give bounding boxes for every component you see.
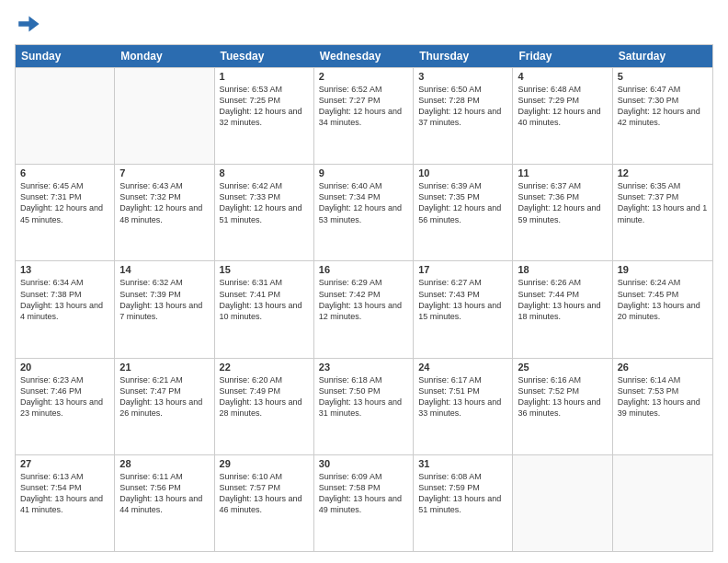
day-number: 8 [220,167,309,178]
calendar-row-0: 1Sunrise: 6:53 AM Sunset: 7:25 PM Daylig… [16,67,712,164]
day-number: 25 [518,362,607,373]
cell-info: Sunrise: 6:42 AM Sunset: 7:33 PM Dayligh… [220,180,309,225]
cell-info: Sunrise: 6:24 AM Sunset: 7:45 PM Dayligh… [618,277,708,322]
cell-info: Sunrise: 6:32 AM Sunset: 7:39 PM Dayligh… [119,277,209,322]
logo [15,11,42,37]
cell-info: Sunrise: 6:26 AM Sunset: 7:44 PM Dayligh… [518,277,607,322]
cell-info: Sunrise: 6:35 AM Sunset: 7:37 PM Dayligh… [618,180,708,225]
day-number: 19 [618,264,708,275]
day-number: 10 [418,167,507,178]
calendar-cell-r2-c6: 19Sunrise: 6:24 AM Sunset: 7:45 PM Dayli… [613,261,712,357]
day-number: 29 [220,458,309,469]
cell-info: Sunrise: 6:43 AM Sunset: 7:32 PM Dayligh… [119,180,209,225]
calendar-cell-r4-c5 [513,455,612,551]
cell-info: Sunrise: 6:39 AM Sunset: 7:35 PM Dayligh… [418,180,507,225]
calendar-cell-r3-c4: 24Sunrise: 6:17 AM Sunset: 7:51 PM Dayli… [414,359,513,454]
header-day-saturday: Saturday [613,45,712,67]
calendar-row-1: 6Sunrise: 6:45 AM Sunset: 7:31 PM Daylig… [16,164,712,260]
logo-icon [15,11,40,37]
day-number: 2 [319,71,408,82]
day-number: 1 [220,71,309,82]
cell-info: Sunrise: 6:08 AM Sunset: 7:59 PM Dayligh… [418,471,507,516]
cell-info: Sunrise: 6:13 AM Sunset: 7:54 PM Dayligh… [20,471,109,516]
day-number: 27 [20,458,109,469]
calendar-cell-r1-c5: 11Sunrise: 6:37 AM Sunset: 7:36 PM Dayli… [513,165,612,260]
day-number: 9 [319,167,408,178]
calendar-cell-r4-c4: 31Sunrise: 6:08 AM Sunset: 7:59 PM Dayli… [414,455,513,551]
page: SundayMondayTuesdayWednesdayThursdayFrid… [0,0,728,563]
calendar-cell-r0-c5: 4Sunrise: 6:48 AM Sunset: 7:29 PM Daylig… [513,68,612,164]
calendar-cell-r1-c4: 10Sunrise: 6:39 AM Sunset: 7:35 PM Dayli… [414,165,513,260]
cell-info: Sunrise: 6:37 AM Sunset: 7:36 PM Dayligh… [518,180,607,225]
svg-marker-0 [18,17,39,32]
calendar-cell-r2-c4: 17Sunrise: 6:27 AM Sunset: 7:43 PM Dayli… [414,261,513,357]
calendar-cell-r1-c2: 8Sunrise: 6:42 AM Sunset: 7:33 PM Daylig… [215,165,314,260]
day-number: 18 [518,264,607,275]
calendar-cell-r1-c0: 6Sunrise: 6:45 AM Sunset: 7:31 PM Daylig… [16,165,115,260]
cell-info: Sunrise: 6:23 AM Sunset: 7:46 PM Dayligh… [20,374,109,419]
calendar-cell-r3-c1: 21Sunrise: 6:21 AM Sunset: 7:47 PM Dayli… [115,359,214,454]
header-day-tuesday: Tuesday [215,45,314,67]
calendar-cell-r3-c0: 20Sunrise: 6:23 AM Sunset: 7:46 PM Dayli… [16,359,115,454]
calendar-row-2: 13Sunrise: 6:34 AM Sunset: 7:38 PM Dayli… [16,260,712,357]
calendar-cell-r0-c2: 1Sunrise: 6:53 AM Sunset: 7:25 PM Daylig… [215,68,314,164]
calendar-cell-r0-c3: 2Sunrise: 6:52 AM Sunset: 7:27 PM Daylig… [314,68,414,164]
day-number: 23 [319,362,408,373]
calendar-cell-r0-c4: 3Sunrise: 6:50 AM Sunset: 7:28 PM Daylig… [414,68,513,164]
calendar-cell-r4-c3: 30Sunrise: 6:09 AM Sunset: 7:58 PM Dayli… [314,455,414,551]
cell-info: Sunrise: 6:09 AM Sunset: 7:58 PM Dayligh… [319,471,408,516]
calendar-cell-r1-c6: 12Sunrise: 6:35 AM Sunset: 7:37 PM Dayli… [613,165,712,260]
header-day-wednesday: Wednesday [314,45,414,67]
day-number: 12 [618,167,708,178]
calendar-cell-r2-c1: 14Sunrise: 6:32 AM Sunset: 7:39 PM Dayli… [115,261,214,357]
calendar-cell-r0-c0 [16,68,115,164]
cell-info: Sunrise: 6:18 AM Sunset: 7:50 PM Dayligh… [319,374,408,419]
day-number: 17 [418,264,507,275]
header-day-sunday: Sunday [16,45,115,67]
calendar-cell-r0-c6: 5Sunrise: 6:47 AM Sunset: 7:30 PM Daylig… [613,68,712,164]
day-number: 28 [119,458,209,469]
calendar-cell-r4-c6 [613,455,712,551]
day-number: 13 [20,264,109,275]
calendar-row-4: 27Sunrise: 6:13 AM Sunset: 7:54 PM Dayli… [16,454,712,551]
day-number: 3 [418,71,507,82]
cell-info: Sunrise: 6:52 AM Sunset: 7:27 PM Dayligh… [319,84,408,129]
cell-info: Sunrise: 6:34 AM Sunset: 7:38 PM Dayligh… [20,277,109,322]
day-number: 31 [418,458,507,469]
day-number: 15 [220,264,309,275]
day-number: 30 [319,458,408,469]
calendar-cell-r4-c0: 27Sunrise: 6:13 AM Sunset: 7:54 PM Dayli… [16,455,115,551]
day-number: 26 [618,362,708,373]
cell-info: Sunrise: 6:16 AM Sunset: 7:52 PM Dayligh… [518,374,607,419]
calendar-cell-r2-c2: 15Sunrise: 6:31 AM Sunset: 7:41 PM Dayli… [215,261,314,357]
calendar-cell-r3-c3: 23Sunrise: 6:18 AM Sunset: 7:50 PM Dayli… [314,359,414,454]
header-day-thursday: Thursday [414,45,513,67]
cell-info: Sunrise: 6:14 AM Sunset: 7:53 PM Dayligh… [618,374,708,419]
day-number: 7 [119,167,209,178]
day-number: 11 [518,167,607,178]
day-number: 21 [119,362,209,373]
cell-info: Sunrise: 6:50 AM Sunset: 7:28 PM Dayligh… [418,84,507,129]
cell-info: Sunrise: 6:10 AM Sunset: 7:57 PM Dayligh… [220,471,309,516]
day-number: 14 [119,264,209,275]
calendar-cell-r2-c5: 18Sunrise: 6:26 AM Sunset: 7:44 PM Dayli… [513,261,612,357]
cell-info: Sunrise: 6:17 AM Sunset: 7:51 PM Dayligh… [418,374,507,419]
calendar-cell-r1-c3: 9Sunrise: 6:40 AM Sunset: 7:34 PM Daylig… [314,165,414,260]
cell-info: Sunrise: 6:21 AM Sunset: 7:47 PM Dayligh… [119,374,209,419]
calendar-cell-r4-c1: 28Sunrise: 6:11 AM Sunset: 7:56 PM Dayli… [115,455,214,551]
calendar-cell-r3-c6: 26Sunrise: 6:14 AM Sunset: 7:53 PM Dayli… [613,359,712,454]
calendar-cell-r4-c2: 29Sunrise: 6:10 AM Sunset: 7:57 PM Dayli… [215,455,314,551]
calendar-cell-r3-c2: 22Sunrise: 6:20 AM Sunset: 7:49 PM Dayli… [215,359,314,454]
header [15,11,713,37]
cell-info: Sunrise: 6:45 AM Sunset: 7:31 PM Dayligh… [20,180,109,225]
day-number: 4 [518,71,607,82]
header-day-friday: Friday [513,45,612,67]
calendar-cell-r2-c3: 16Sunrise: 6:29 AM Sunset: 7:42 PM Dayli… [314,261,414,357]
calendar-cell-r2-c0: 13Sunrise: 6:34 AM Sunset: 7:38 PM Dayli… [16,261,115,357]
calendar-cell-r0-c1 [115,68,214,164]
calendar-body: 1Sunrise: 6:53 AM Sunset: 7:25 PM Daylig… [16,67,712,551]
cell-info: Sunrise: 6:27 AM Sunset: 7:43 PM Dayligh… [418,277,507,322]
cell-info: Sunrise: 6:48 AM Sunset: 7:29 PM Dayligh… [518,84,607,129]
day-number: 6 [20,167,109,178]
day-number: 24 [418,362,507,373]
